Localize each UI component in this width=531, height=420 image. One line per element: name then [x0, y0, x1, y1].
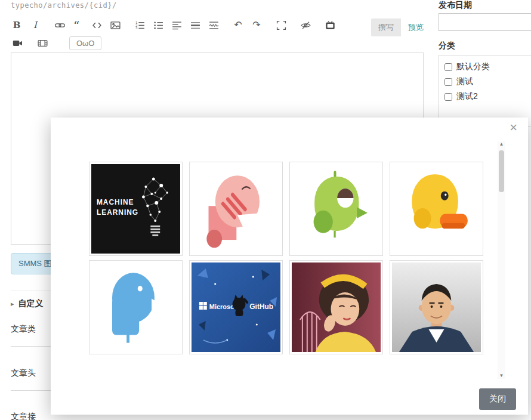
category-checkbox[interactable]: [444, 63, 452, 71]
heading-icon[interactable]: [171, 18, 183, 32]
ordered-list-icon[interactable]: 123: [134, 18, 146, 32]
custom-fields-header[interactable]: ▸ 自定义: [11, 298, 44, 309]
category-option-test[interactable]: 测试: [444, 76, 531, 87]
category-label-text: 默认分类: [456, 61, 490, 72]
category-checkbox[interactable]: [444, 93, 452, 101]
page-break-icon[interactable]: [208, 18, 220, 32]
category-label-text: 测试: [456, 76, 473, 87]
blockquote-icon[interactable]: “: [72, 18, 84, 32]
image-thumbnail-machine-learning[interactable]: MACHINE LEARNING: [89, 162, 183, 256]
modal-close-button[interactable]: 关闭: [479, 388, 516, 410]
yellow-duck-illustration-image: [400, 166, 473, 251]
horizontal-rule-icon[interactable]: [189, 18, 201, 32]
image-thumbnail-girl-portrait[interactable]: [289, 260, 383, 354]
category-list: 默认分类 测试 测试2: [439, 55, 531, 126]
link-icon[interactable]: [54, 18, 66, 32]
category-option-default[interactable]: 默认分类: [444, 61, 531, 72]
video-icon[interactable]: [11, 36, 24, 50]
machine-learning-cover-image: MACHINE LEARNING: [91, 164, 180, 254]
publish-date-input[interactable]: [439, 13, 531, 31]
image-thumbnail-green-bird[interactable]: [289, 162, 383, 256]
image-thumbnail-yellow-duck[interactable]: [390, 162, 483, 256]
tab-write[interactable]: 撰写: [371, 18, 401, 36]
svg-text:MACHINE: MACHINE: [97, 198, 134, 206]
custom-fields-title: 自定义: [18, 298, 44, 309]
man-portrait-photo-image: [392, 262, 481, 352]
microsoft-github-banner-image: Microsoft GitHub: [192, 262, 280, 352]
fullscreen-icon[interactable]: [275, 18, 287, 32]
category-option-test2[interactable]: 测试2: [444, 91, 531, 102]
keyboard-icon[interactable]: [36, 36, 49, 50]
image-thumbnail-man-portrait[interactable]: [390, 260, 483, 354]
svg-text:“: “: [73, 20, 79, 30]
editor-toolbar-secondary: OωO: [11, 35, 101, 51]
unordered-list-icon[interactable]: [152, 18, 164, 32]
scrollbar-thumb[interactable]: [499, 150, 504, 192]
collapse-arrow-icon: ▸: [11, 300, 14, 308]
image-icon[interactable]: [109, 18, 121, 32]
editor-mode-tabs: 撰写 预览: [371, 18, 431, 36]
svg-text:3: 3: [135, 26, 138, 30]
emoticon-button[interactable]: OωO: [69, 36, 101, 50]
svg-text:LEARNING: LEARNING: [97, 208, 138, 217]
permalink-slug[interactable]: typecho/archives/{cid}/: [11, 1, 117, 10]
category-section-label: 分类: [439, 41, 455, 51]
scroll-down-icon[interactable]: ▼: [499, 373, 504, 379]
scroll-up-icon[interactable]: ▲: [499, 141, 504, 147]
hide-preview-icon[interactable]: [300, 18, 311, 32]
category-checkbox[interactable]: [444, 78, 452, 86]
publish-date-label: 发布日期: [439, 0, 472, 11]
svg-text:GitHub: GitHub: [249, 302, 273, 311]
tab-preview[interactable]: 预览: [401, 18, 431, 36]
image-grid: MACHINE LEARNING: [89, 162, 483, 354]
custom-field-label: 文章接: [11, 412, 36, 420]
undo-icon[interactable]: ↶: [232, 18, 244, 32]
category-label-text: 测试2: [456, 91, 478, 102]
close-icon[interactable]: ×: [510, 121, 517, 134]
green-bird-illustration-image: [300, 166, 372, 251]
bold-button[interactable]: B: [11, 18, 23, 32]
image-thumbnail-blue-bird[interactable]: [89, 260, 183, 354]
redo-icon[interactable]: ↷: [251, 18, 263, 32]
girl-portrait-photo-image: [292, 262, 381, 352]
pink-bird-illustration-image: [200, 166, 272, 251]
image-thumbnail-pink-bird[interactable]: [189, 162, 283, 256]
bilibili-icon[interactable]: [324, 18, 336, 32]
editor-toolbar: B I “ 123 ↶ ↷: [11, 17, 342, 33]
image-thumbnail-microsoft-github[interactable]: Microsoft GitHub: [189, 260, 283, 354]
code-icon[interactable]: [91, 18, 103, 32]
blue-bird-illustration-image: [100, 265, 172, 350]
modal-scrollbar[interactable]: ▲ ▼: [498, 141, 505, 379]
image-picker-modal: × MACHINE LEARNING: [51, 118, 528, 415]
italic-button[interactable]: I: [29, 18, 41, 32]
